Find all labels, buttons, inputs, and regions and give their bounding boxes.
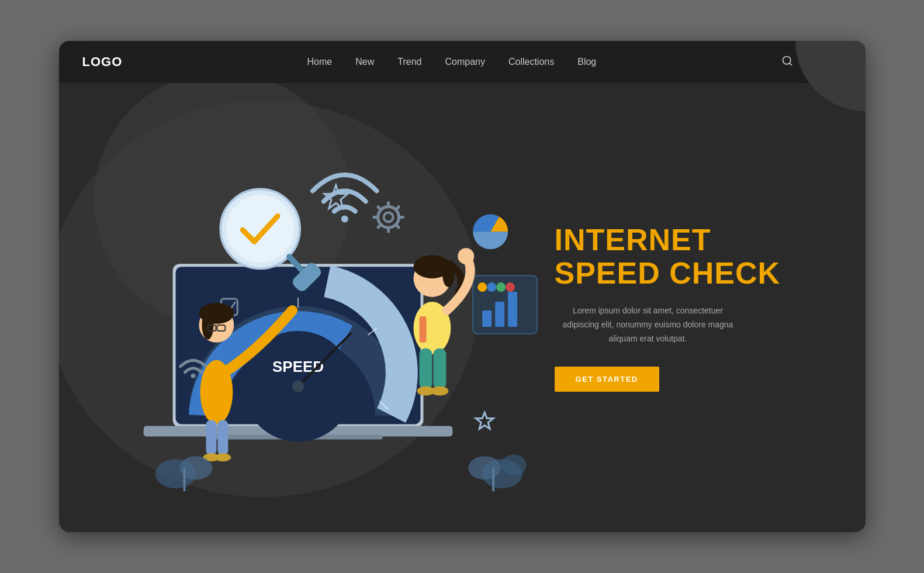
- navbar: LOGO Home New Trend Company Collections …: [59, 41, 866, 83]
- nav-link-trend[interactable]: Trend: [397, 57, 421, 67]
- svg-rect-54: [206, 420, 216, 455]
- svg-point-23: [341, 215, 348, 222]
- svg-point-57: [214, 453, 231, 461]
- nav-item-home[interactable]: Home: [307, 57, 333, 67]
- svg-point-42: [477, 282, 487, 292]
- nav-link-new[interactable]: New: [355, 57, 374, 67]
- svg-text:SPEED: SPEED: [272, 358, 324, 375]
- nav-link-collections[interactable]: Collections: [508, 57, 554, 67]
- nav-item-company[interactable]: Company: [445, 57, 485, 67]
- svg-point-45: [506, 282, 515, 292]
- svg-point-44: [496, 282, 506, 292]
- logo: LOGO: [82, 54, 123, 70]
- svg-point-72: [468, 456, 501, 479]
- nav-item-collections[interactable]: Collections: [508, 57, 554, 67]
- svg-point-43: [487, 282, 496, 292]
- svg-line-33: [378, 225, 380, 227]
- svg-rect-39: [482, 310, 492, 327]
- svg-line-32: [396, 207, 399, 210]
- nav-link-company[interactable]: Company: [445, 57, 485, 67]
- hero-text-area: INTERNET SPEED CHECK Lorem ipsum dolor s…: [543, 83, 866, 532]
- illustration-area: SPEED: [59, 83, 543, 532]
- nav-item-blog[interactable]: Blog: [577, 57, 596, 67]
- main-content: SPEED: [59, 83, 866, 532]
- svg-rect-63: [419, 348, 432, 389]
- svg-point-74: [501, 454, 527, 475]
- svg-point-66: [431, 386, 448, 396]
- hero-description: Lorem ipsum dolor sit amet, consectetuer…: [555, 304, 742, 346]
- search-icon[interactable]: [781, 55, 793, 70]
- svg-marker-46: [476, 413, 493, 429]
- hero-title: INTERNET SPEED CHECK: [555, 223, 781, 290]
- nav-links: Home New Trend Company Collections Blog: [307, 57, 597, 67]
- nav-link-home[interactable]: Home: [307, 57, 333, 67]
- svg-line-31: [378, 207, 380, 210]
- svg-rect-41: [508, 292, 517, 327]
- svg-line-34: [396, 225, 399, 227]
- nav-item-new[interactable]: New: [355, 57, 374, 67]
- svg-point-67: [458, 248, 474, 264]
- svg-rect-64: [433, 348, 446, 389]
- svg-rect-59: [419, 316, 426, 343]
- svg-rect-40: [495, 302, 504, 327]
- browser-window: LOGO Home New Trend Company Collections …: [59, 41, 866, 532]
- svg-point-24: [191, 374, 195, 378]
- svg-rect-55: [217, 420, 228, 455]
- nav-link-blog[interactable]: Blog: [577, 57, 596, 67]
- svg-point-20: [226, 195, 294, 263]
- get-started-button[interactable]: GET STARTED: [555, 367, 659, 392]
- svg-point-13: [292, 381, 304, 392]
- svg-line-1: [789, 63, 791, 65]
- nav-item-trend[interactable]: Trend: [397, 57, 421, 67]
